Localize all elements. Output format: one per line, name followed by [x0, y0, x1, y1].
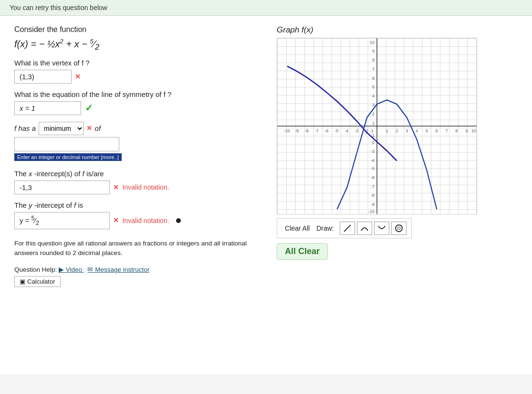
- question-help-label: Question Help:: [14, 266, 57, 273]
- svg-text:-6: -6: [325, 128, 329, 133]
- all-clear-text: All Clear: [285, 246, 320, 256]
- svg-text:10: 10: [370, 40, 375, 45]
- problem-title: Consider the function: [14, 25, 262, 34]
- svg-text:-9: -9: [295, 128, 299, 133]
- svg-text:8: 8: [456, 128, 458, 133]
- svg-text:-5: -5: [334, 128, 338, 133]
- svg-text:-8: -8: [371, 193, 375, 198]
- draw-icons-group: [340, 222, 407, 235]
- symmetry-answer-row: x = 1 ✓: [14, 101, 262, 115]
- svg-text:6: 6: [372, 76, 375, 81]
- svg-text:5: 5: [372, 85, 375, 89]
- svg-text:4: 4: [372, 94, 375, 98]
- calculator-button[interactable]: ▣ Calculator: [14, 276, 61, 287]
- svg-text:-5: -5: [371, 166, 375, 171]
- vertex-label: What is the vertex of f ?: [14, 59, 262, 67]
- vertex-section: What is the vertex of f ? (1,3) ×: [14, 59, 262, 84]
- question-help: Question Help: ▶ Video ✉ Message instruc…: [14, 266, 262, 287]
- svg-text:-2: -2: [371, 140, 375, 145]
- svg-point-47: [397, 227, 400, 230]
- draw-line-button[interactable]: [340, 222, 355, 235]
- minmax-row: f has a minimum maximum × of: [14, 122, 262, 135]
- x-intercept-answer-row: -1,3 × Invalid notation.: [14, 181, 262, 194]
- x-intercept-label: The x -intercept(s) of f is/are: [14, 170, 262, 178]
- svg-text:-10: -10: [284, 128, 290, 133]
- svg-text:10: 10: [471, 128, 476, 133]
- svg-text:-7: -7: [371, 184, 375, 189]
- all-clear-badge: All Clear: [277, 243, 328, 260]
- minmax-select[interactable]: minimum maximum: [39, 122, 84, 135]
- svg-text:-1: -1: [370, 128, 374, 133]
- y-intercept-answer-box[interactable]: y = 5⁄2: [14, 212, 110, 229]
- svg-text:-10: -10: [368, 209, 375, 214]
- formula: f(x) = − ½x2 + x − 5⁄2: [14, 38, 262, 52]
- svg-text:3: 3: [406, 128, 408, 133]
- clear-all-button[interactable]: Clear All: [282, 224, 313, 233]
- svg-text:1: 1: [372, 121, 375, 126]
- message-icon: ✉: [87, 266, 93, 273]
- svg-text:9: 9: [465, 128, 468, 133]
- svg-line-45: [344, 225, 351, 232]
- minmax-status-mark: ×: [87, 123, 92, 133]
- left-panel: Consider the function f(x) = − ½x2 + x −…: [14, 25, 262, 364]
- svg-text:-4: -4: [344, 128, 348, 133]
- vertex-answer-box[interactable]: (1,3): [14, 70, 72, 84]
- graph-title: Graph f(x): [277, 25, 518, 35]
- y-intercept-status-mark: ×: [114, 215, 119, 225]
- graph-container[interactable]: -10 -9 -8 -7 -6 -5 -4 -3 -2 -1 1 2 3 4 5…: [277, 38, 477, 214]
- top-bar: You can retry this question below: [0, 0, 532, 16]
- message-instructor-link[interactable]: ✉ Message instructor: [87, 266, 149, 273]
- draw-curve-button[interactable]: [357, 222, 372, 235]
- video-icon: ▶: [59, 266, 64, 273]
- y-intercept-section: The y -intercept of f is y = 5⁄2 × Inval…: [14, 201, 262, 229]
- svg-text:7: 7: [446, 128, 448, 133]
- svg-text:3: 3: [372, 103, 375, 107]
- svg-text:-6: -6: [371, 175, 375, 180]
- video-link[interactable]: ▶ Video: [59, 266, 84, 273]
- svg-text:-7: -7: [315, 128, 319, 133]
- svg-text:1: 1: [386, 128, 388, 133]
- draw-circle-button[interactable]: [391, 222, 407, 235]
- svg-text:-9: -9: [371, 202, 375, 207]
- svg-text:-8: -8: [305, 128, 309, 133]
- right-panel: Graph f(x): [277, 25, 518, 364]
- y-intercept-answer-row: y = 5⁄2 × Invalid notation.: [14, 212, 262, 229]
- f-has-a-label: f has a: [14, 124, 36, 132]
- vertex-status-mark: ×: [75, 72, 81, 82]
- svg-text:4: 4: [416, 128, 418, 133]
- x-intercept-status-mark: ×: [114, 182, 119, 192]
- retry-text: You can retry this question below: [10, 4, 107, 11]
- x-intercept-answer-box[interactable]: -1,3: [14, 181, 110, 194]
- symmetry-label: What is the equation of the line of symm…: [14, 90, 262, 98]
- x-intercept-invalid: Invalid notation.: [123, 183, 169, 191]
- svg-text:5: 5: [426, 128, 428, 133]
- symmetry-status-mark: ✓: [85, 102, 93, 114]
- clear-draw-bar: Clear All Draw:: [277, 218, 412, 238]
- svg-text:7: 7: [372, 67, 375, 72]
- integer-hint: Enter an integer or decimal number [more…: [14, 153, 122, 161]
- y-intercept-invalid: Invalid notation.: [123, 217, 169, 224]
- svg-point-46: [396, 225, 402, 232]
- bottom-note: For this question give all rational answ…: [14, 239, 262, 258]
- draw-check-curve-button[interactable]: [374, 222, 389, 235]
- minmax-section: f has a minimum maximum × of Enter an in…: [14, 122, 262, 163]
- svg-text:6: 6: [436, 128, 438, 133]
- bullet-dot: [176, 218, 181, 223]
- of-label: of: [95, 124, 101, 132]
- calculator-icon: ▣: [20, 278, 25, 285]
- draw-label: Draw:: [316, 224, 334, 232]
- symmetry-section: What is the equation of the line of symm…: [14, 90, 262, 115]
- minmax-input[interactable]: [14, 137, 119, 151]
- svg-text:2: 2: [372, 112, 375, 117]
- x-intercept-section: The x -intercept(s) of f is/are -1,3 × I…: [14, 170, 262, 194]
- y-intercept-label: The y -intercept of f is: [14, 201, 262, 209]
- svg-text:-3: -3: [371, 149, 375, 154]
- main-container: Consider the function f(x) = − ½x2 + x −…: [0, 16, 532, 374]
- svg-text:-4: -4: [371, 158, 375, 163]
- symmetry-answer-box[interactable]: x = 1: [14, 101, 81, 115]
- graph-svg[interactable]: -10 -9 -8 -7 -6 -5 -4 -3 -2 -1 1 2 3 4 5…: [277, 38, 477, 214]
- svg-text:2: 2: [396, 128, 398, 133]
- vertex-answer-row: (1,3) ×: [14, 70, 262, 84]
- svg-text:8: 8: [372, 58, 375, 63]
- svg-text:9: 9: [372, 49, 375, 53]
